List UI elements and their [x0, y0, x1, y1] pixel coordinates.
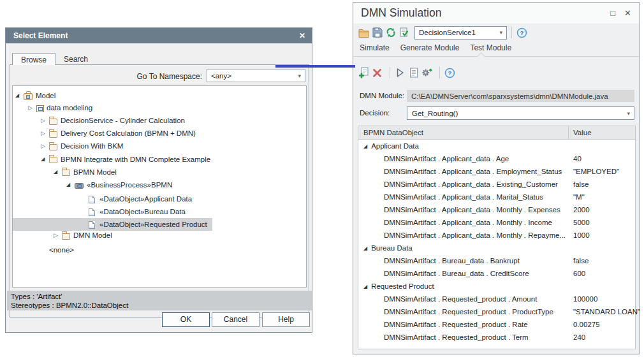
namespace-dropdown[interactable]: <any> ▾ [207, 69, 305, 82]
expanded-arrow-icon[interactable]: ◢ [363, 245, 367, 251]
window-controls: □ ✕ [610, 8, 631, 18]
value-cell: "M" [569, 193, 585, 201]
add-test-icon[interactable] [358, 67, 369, 78]
tree-item[interactable]: ▷data modeling [13, 101, 98, 114]
run-test-icon[interactable] [395, 67, 406, 78]
save-icon[interactable] [372, 27, 383, 38]
svg-text:?: ? [520, 29, 524, 36]
value-cell: 240 [569, 333, 585, 341]
chevron-down-icon[interactable]: ▾ [499, 29, 506, 36]
dialog-titlebar[interactable]: Select Element ✕ [6, 28, 312, 43]
collapsed-arrow-icon[interactable]: ▷ [41, 143, 49, 149]
tab-test-module[interactable]: Test Module [470, 43, 511, 52]
expanded-arrow-icon[interactable]: ◢ [363, 284, 367, 289]
expanded-arrow-icon[interactable]: ◢ [363, 143, 367, 149]
tab-simulate[interactable]: Simulate [360, 43, 390, 52]
chevron-down-icon[interactable]: ▾ [298, 73, 305, 79]
dmn-module-label: DMN Module: [360, 92, 404, 99]
value-cell: 2000 [569, 206, 590, 214]
tree-item[interactable]: ▷DecisionService - Cylinder Calculation [13, 114, 190, 127]
collapsed-arrow-icon[interactable]: ▷ [54, 232, 62, 238]
expanded-arrow-icon[interactable]: ◢ [54, 169, 62, 175]
group-label: Requested Product [371, 282, 434, 290]
document-icon [89, 196, 95, 203]
active-tab-notch [477, 52, 485, 61]
collapsed-arrow-icon[interactable]: ▷ [28, 105, 36, 111]
tree-item[interactable]: <none> [13, 244, 79, 256]
item-label: DMNSimArtifact . Applicant_data . Age [384, 155, 509, 163]
tree-item[interactable]: ◢«BusinessProcess»BPMN [13, 178, 177, 191]
data-item-row[interactable]: DMNSimArtifact . Applicant_data . Employ… [358, 165, 635, 178]
tree-item-label: <none> [49, 246, 74, 254]
data-item-row[interactable]: DMNSimArtifact . Applicant_data . Monthl… [358, 203, 635, 216]
tab-browse[interactable]: Browse [12, 53, 55, 65]
tree-item[interactable]: ▷Delivery Cost Calculation (BPMN + DMN) [13, 127, 201, 140]
toolbar-separator [390, 67, 390, 78]
view-code-icon[interactable] [408, 67, 419, 78]
data-group-row[interactable]: ◢Requested Product [358, 280, 635, 293]
generate-test-module-icon[interactable] [421, 67, 432, 78]
data-item-row[interactable]: DMNSimArtifact . Applicant_data . Monthl… [358, 216, 635, 229]
tree-item-label: data modeling [47, 104, 92, 112]
column-header-dataobject[interactable]: BPMN DataObject [358, 129, 568, 136]
folder-icon [62, 170, 70, 176]
help-icon[interactable]: ? [516, 27, 527, 38]
column-header-value[interactable]: Value [569, 129, 592, 136]
status-types: Types : 'Artifact' [11, 292, 312, 301]
tree-item-label: «DataObject»Applicant Data [99, 195, 192, 203]
data-item-row[interactable]: DMNSimArtifact . Applicant_data . Monthl… [358, 229, 635, 242]
folder-icon [49, 119, 57, 125]
item-label: DMNSimArtifact . Requested_product . Rat… [384, 321, 528, 328]
value-cell: false [569, 257, 589, 265]
data-item-row[interactable]: DMNSimArtifact . Requested_product . Rat… [358, 318, 635, 331]
open-folder-icon[interactable] [358, 27, 369, 38]
collapsed-arrow-icon[interactable]: ▷ [41, 117, 49, 124]
tree-item[interactable]: ◢Model [13, 89, 61, 102]
select-element-dialog: Select Element ✕ Browse Search Go To Nam… [5, 27, 312, 333]
data-item-row[interactable]: DMNSimArtifact . Bureau_data . Bankruptf… [358, 254, 635, 267]
item-label: DMNSimArtifact . Bureau_data . Bankrupt [384, 257, 520, 265]
collapsed-arrow-icon[interactable]: ▷ [41, 130, 49, 136]
tree-item[interactable]: ▷DMN Model [13, 229, 117, 242]
tree-item[interactable]: ◢BPMN Model [13, 166, 122, 178]
expanded-arrow-icon[interactable]: ◢ [41, 156, 49, 162]
cancel-button[interactable]: Cancel [212, 312, 260, 327]
data-group-row[interactable]: ◢Bureau Data [358, 242, 635, 254]
maximize-icon[interactable]: □ [610, 8, 615, 18]
tree-item-label: «DataObject»Bureau Data [99, 208, 186, 215]
help-button[interactable]: Help [262, 312, 310, 327]
row-name-cell: DMNSimArtifact . Bureau_data . Bankrupt [358, 257, 569, 265]
decision-service-dropdown[interactable]: DecisionService1 ▾ [414, 26, 507, 40]
window-titlebar[interactable]: DMN Simulation □ ✕ [353, 3, 639, 24]
tree-item-label: Model [36, 92, 55, 99]
element-tree[interactable]: ◢Model▷data modeling▷DecisionService - C… [12, 85, 307, 288]
main-toolbar: DecisionService1 ▾ ? [353, 24, 639, 41]
item-label: DMNSimArtifact . Applicant_data . Employ… [384, 168, 562, 175]
data-item-row[interactable]: DMNSimArtifact . Applicant_data . Age40 [358, 152, 635, 165]
delete-test-icon[interactable] [372, 67, 383, 78]
data-item-row[interactable]: DMNSimArtifact . Applicant_data . Existi… [358, 178, 635, 191]
tab-generate-module[interactable]: Generate Module [400, 43, 460, 52]
validate-icon[interactable] [399, 27, 409, 38]
tree-item[interactable]: ◢BPMN Integrate with DMN Complete Exampl… [13, 153, 216, 166]
tab-search[interactable]: Search [55, 53, 96, 65]
close-icon[interactable]: ✕ [624, 8, 631, 18]
value-cell: 1000 [569, 231, 590, 239]
data-item-row[interactable]: DMNSimArtifact . Requested_product . Amo… [358, 293, 635, 305]
ok-button[interactable]: OK [162, 312, 210, 327]
data-group-row[interactable]: ◢Applicant Data [358, 140, 635, 152]
value-cell: 5000 [569, 219, 590, 226]
row-name-cell: DMNSimArtifact . Applicant_data . Monthl… [358, 219, 569, 226]
data-item-row[interactable]: DMNSimArtifact . Applicant_data . Marita… [358, 191, 635, 203]
close-icon[interactable]: ✕ [299, 31, 305, 40]
refresh-icon[interactable] [385, 27, 396, 38]
help-icon[interactable]: ? [444, 67, 455, 78]
tree-item[interactable]: ▷Decision With BKM [13, 140, 128, 152]
data-item-row[interactable]: DMNSimArtifact . Bureau_data . CreditSco… [358, 267, 635, 280]
data-item-row[interactable]: DMNSimArtifact . Requested_product . Pro… [358, 305, 635, 318]
decision-dropdown[interactable]: Get_Routing() ▾ [407, 106, 634, 120]
expanded-arrow-icon[interactable]: ◢ [15, 92, 24, 98]
chevron-down-icon[interactable]: ▾ [627, 110, 634, 117]
expanded-arrow-icon[interactable]: ◢ [66, 182, 75, 187]
data-item-row[interactable]: DMNSimArtifact . Requested_product . Ter… [358, 331, 635, 344]
